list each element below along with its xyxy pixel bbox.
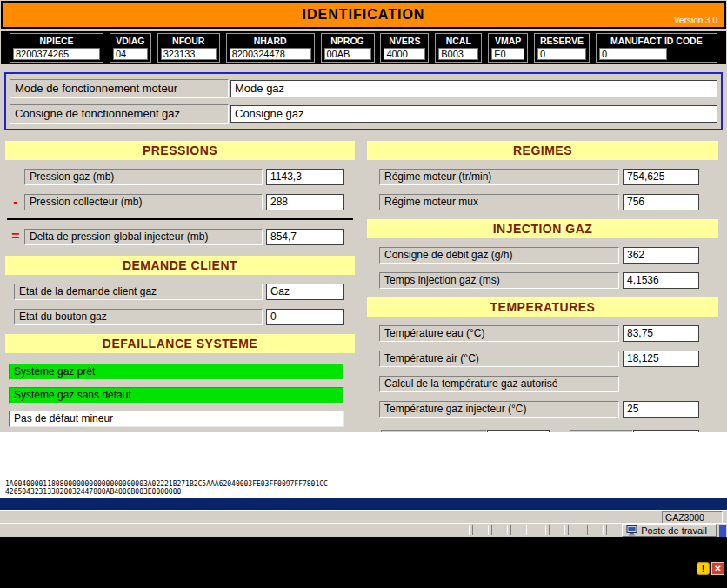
row-value[interactable]: 1143,3 [266,169,344,185]
taskbar-band-handle[interactable] [526,525,530,535]
id-field-value[interactable]: B003 [438,48,478,60]
taskbar-button-poste-de-travail[interactable]: Poste de travail [622,524,717,537]
raw-frame-data: 1A00400001180800000000000000000003A02221… [5,480,328,496]
section-header-defaillance: DEFAILLANCE SYSTEME [5,334,355,353]
desktop-background: ! ✕ [0,537,727,588]
id-field-label: NPROG [330,36,364,46]
taskbar-band-handle[interactable] [507,525,511,535]
row-label: Etat de la demande client gaz [14,284,263,300]
right-column: REGIMES Régime moteur (tr/min) 754,625 R… [367,141,718,432]
row-value[interactable]: 0 [266,309,344,325]
id-field-npiece: NPIECE 8200374265 [10,33,103,63]
app-name-badge: GAZ3000 [662,511,723,524]
id-field-nvers: NVERS 4000 [380,33,429,63]
equals-sign: = [9,229,23,244]
taskbar-band-handle[interactable] [564,525,569,535]
row-label: Etat du bouton gaz [14,309,263,325]
status-systeme-sans-defaut: Système gaz sans défaut [9,387,344,404]
row-label: Pression collecteur (mb) [24,194,263,210]
row-temperature-air: Température air (°C) 18,125 [367,351,699,367]
mode-frame: Mode de fonctionnement moteur Mode gaz C… [4,72,723,130]
id-field-value[interactable]: 323133 [161,48,217,60]
id-field-label: VMAP [495,36,521,46]
id-field-ncal: NCAL B003 [435,33,482,63]
page-title: IDENTIFICATION [3,7,724,23]
computer-icon [626,525,637,536]
row-value[interactable]: 25 [623,401,699,418]
notification-icons: ! ✕ [697,562,724,575]
id-field-value[interactable]: 00AB [324,48,371,60]
mode-gaz-field[interactable]: Consigne gaz [230,105,717,123]
status-bar: GAZ3000 [0,510,727,523]
row-delta-pression: = Delta de pression global injecteur (mb… [5,229,344,245]
row-bouton-gaz: Etat du bouton gaz 0 [5,309,344,325]
section-header-pressions: PRESSIONS [5,141,355,160]
left-column: PRESSIONS Pression gaz (mb) 1143,3 - Pre… [5,141,355,432]
row-label: Régime moteur (tr/min) [379,169,619,185]
row-value[interactable]: 18,125 [623,351,699,367]
id-field-value[interactable]: 8200324478 [230,48,311,60]
raw-frame-line2: 426504323133820032447800AB4000B003E00000… [5,488,328,496]
id-field-nfour: NFOUR 323133 [157,33,220,63]
id-field-value[interactable]: 8200374265 [13,48,100,60]
id-field-vdiag: VDIAG 04 [110,33,151,63]
id-field-label: NHARD [254,36,287,46]
id-field-label: NPIECE [39,36,73,46]
row-label: Calcul de la température gaz autorisé [379,376,619,392]
taskbar-band-handle[interactable] [488,525,492,535]
row-label: Temps injection gaz (ms) [379,272,619,289]
id-field-manufact-id-code: MANUFACT ID CODE 0 [596,33,717,63]
id-field-nhard: NHARD 8200324478 [226,33,315,63]
id-field-value[interactable]: 4000 [384,48,425,60]
frame-log-area: 1A00400001180800000000000000000003A02221… [0,432,727,498]
section-header-temperatures: TEMPERATURES [367,297,718,317]
id-field-value[interactable]: E0 [491,48,524,60]
taskbar-button-label: Poste de travail [641,525,707,536]
id-field-reserve: RESERVE 0 [534,33,590,63]
taskbar-band-handle[interactable] [545,525,550,535]
section-header-regimes: REGIMES [367,141,718,160]
id-field-value[interactable]: 0 [537,48,586,60]
row-label: Pression gaz (mb) [24,169,263,185]
id-field-label: VDIAG [116,36,144,46]
taskbar-band-handle[interactable] [469,525,473,535]
row-value[interactable]: 756 [623,194,699,210]
close-icon[interactable]: ✕ [711,562,724,575]
row-temps-injection-gaz: Temps injection gaz (ms) 4,1536 [367,272,699,289]
taskbar: Poste de travail [0,523,727,537]
id-field-value[interactable]: 0 [599,48,667,60]
section-header-demande-client: DEMANDE CLIENT [5,256,355,275]
id-field-vmap: VMAP E0 [488,33,528,63]
row-value[interactable]: 4,1536 [623,272,699,289]
taskbar-band-handle[interactable] [603,525,607,535]
row-label: Delta de pression global injecteur (mb) [24,229,263,245]
warning-icon[interactable]: ! [697,562,710,575]
calc-divider [7,218,353,220]
ecu-id-strip: NPIECE 8200374265 VDIAG 04 NFOUR 323133 … [1,31,726,64]
id-field-nprog: NPROG 00AB [321,33,375,63]
row-value[interactable]: 288 [266,194,344,210]
mode-moteur-field[interactable]: Mode gaz [230,80,717,97]
window-title-strip [0,498,727,510]
status-systeme-gaz-pret: Système gaz prêt [9,364,344,380]
version-label: Version 3.0 [674,16,717,25]
mode-moteur-label: Mode de fonctionnement moteur [10,79,229,98]
title-bar: IDENTIFICATION Version 3.0 [1,1,726,29]
row-value[interactable]: 754,625 [623,169,699,185]
id-field-value[interactable]: 04 [113,48,148,60]
minus-sign: - [9,194,23,209]
id-field-label: NFOUR [172,36,204,46]
row-value[interactable]: 362 [623,247,699,264]
row-value[interactable]: 854,7 [266,229,344,245]
id-field-label: NVERS [389,36,420,46]
mode-gaz-label: Consigne de fonctionnement gaz [10,104,229,124]
row-value[interactable]: 83,75 [623,325,699,342]
taskbar-tray-edge [719,525,726,537]
mode-row-moteur: Mode de fonctionnement moteur Mode gaz [10,79,717,98]
mode-row-gaz: Consigne de fonctionnement gaz Consigne … [10,104,717,124]
row-label: Régime moteur mux [379,194,619,210]
taskbar-band-handle[interactable] [584,525,588,535]
row-pression-gaz: Pression gaz (mb) 1143,3 [5,169,344,185]
row-value[interactable]: Gaz [266,284,344,300]
id-field-label: RESERVE [540,36,584,46]
